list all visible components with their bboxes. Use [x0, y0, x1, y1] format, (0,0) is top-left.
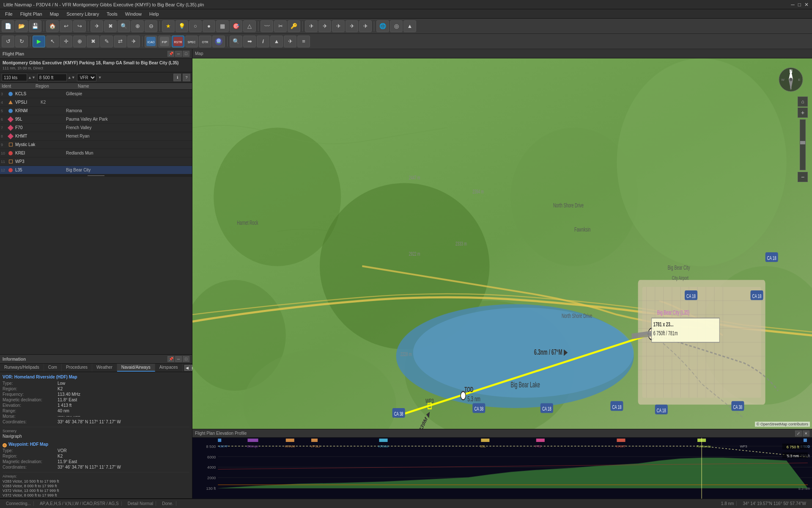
menu-file[interactable]: File — [2, 11, 16, 17]
tab-weather[interactable]: Weather — [92, 364, 117, 372]
undo-btn[interactable]: ↺ — [2, 36, 14, 47]
menu-scenery[interactable]: Scenery Library — [63, 11, 102, 17]
scissors-btn[interactable]: ✂ — [274, 20, 287, 32]
elev-close-btn[interactable]: ✕ — [803, 431, 809, 436]
zoom-out-map-btn[interactable]: − — [798, 172, 808, 182]
tab-airspaces[interactable]: Airspaces — [155, 364, 183, 372]
icao-btn[interactable]: ICAO — [145, 36, 157, 47]
highlight-btn[interactable]: 💡 — [176, 20, 188, 32]
table-row[interactable]: 10 KREI Redlands Mun — [0, 149, 192, 157]
redo-btn[interactable]: ↻ — [15, 36, 28, 47]
ai-plane5-btn[interactable]: ✈ — [359, 20, 372, 32]
fp-info-btn[interactable]: ℹ — [173, 74, 181, 81]
menu-map[interactable]: Map — [47, 11, 62, 17]
circle-fill-btn[interactable]: ● — [203, 20, 215, 32]
route3-btn[interactable]: ➡ — [243, 36, 256, 47]
tab-prev-btn[interactable]: ◀ — [184, 365, 190, 371]
info2-btn[interactable]: i — [257, 36, 269, 47]
fip-btn[interactable]: FIP — [158, 36, 171, 47]
list2-btn[interactable]: ≡ — [297, 36, 310, 47]
zoom-in-map-btn[interactable]: + — [798, 108, 808, 118]
table-row[interactable]: 6 95L Pauma Valley Air Park — [0, 115, 192, 124]
zoom-plus-btn[interactable]: ⊕ — [131, 20, 144, 32]
new-btn[interactable]: 📄 — [2, 20, 14, 32]
table-row[interactable]: 11 WP3 — [0, 157, 192, 166]
open-btn[interactable]: 📂 — [15, 20, 28, 32]
wp-map-link[interactable]: Map — [40, 442, 48, 447]
ai-plane4-btn[interactable]: ✈ — [346, 20, 358, 32]
star-active-btn[interactable]: ★ — [162, 20, 175, 32]
tab-navaid[interactable]: Navaid/Airways — [117, 364, 155, 372]
speed-input[interactable] — [2, 74, 27, 81]
ring-btn[interactable]: ◎ — [390, 20, 403, 32]
ai-plane1-btn[interactable]: ✈ — [305, 20, 318, 32]
zoom-slider[interactable] — [800, 119, 806, 170]
back-btn[interactable]: ↩ — [60, 20, 72, 32]
table-row[interactable]: 9 Mystic Lak — [0, 141, 192, 149]
spec-btn[interactable]: SPEC — [185, 36, 198, 47]
grid-btn[interactable]: ▦ — [216, 20, 229, 32]
menu-help[interactable]: Help — [146, 11, 162, 17]
edit-wp-btn[interactable]: ✎ — [100, 36, 113, 47]
ai-plane3-btn[interactable]: ✈ — [332, 20, 345, 32]
traffic2-btn[interactable]: ✈ — [284, 36, 296, 47]
globe-btn[interactable]: 🌐 — [376, 20, 389, 32]
altitude-input[interactable] — [37, 74, 67, 81]
key-btn[interactable]: 🔑 — [288, 20, 300, 32]
cursor-mode-btn[interactable]: ↖ — [46, 36, 59, 47]
table-row[interactable]: 3 KCLS Gillespie — [0, 90, 192, 98]
minimize-btn[interactable]: ─ — [791, 2, 795, 8]
menu-flightplan[interactable]: Flight Plan — [17, 11, 46, 17]
search3-btn[interactable]: 🔍 — [230, 36, 242, 47]
add-wp-btn[interactable]: ✛ — [60, 36, 72, 47]
forward-btn[interactable]: ↪ — [73, 20, 86, 32]
tab-com[interactable]: Com — [44, 364, 62, 372]
vor-map-link[interactable]: Map — [69, 375, 77, 379]
save-btn[interactable]: 💾 — [29, 20, 41, 32]
map-container[interactable]: 6.3nm / 67°M ▶ TOD 5.3 nm WP3 12.5nm / 2… — [192, 58, 812, 429]
mountain-btn[interactable]: ▲ — [403, 20, 416, 32]
tab-runways[interactable]: Runways/Helipads — [0, 364, 44, 372]
info-pin-btn[interactable]: 📌 — [167, 356, 174, 362]
menu-tools[interactable]: Tools — [103, 11, 121, 17]
info-max-btn[interactable]: □ — [183, 356, 189, 362]
close-btn[interactable]: ✕ — [804, 2, 809, 8]
fp-pin-btn[interactable]: 📌 — [167, 51, 174, 57]
delete-wp-btn[interactable]: ✖ — [87, 36, 99, 47]
elev-expand-btn[interactable]: ⤢ — [795, 431, 802, 436]
tab-procedures[interactable]: Procedures — [62, 364, 92, 372]
zoom-minus-btn[interactable]: ⊖ — [145, 20, 157, 32]
swap-wp-btn[interactable]: ⇄ — [114, 36, 126, 47]
zoom-thumb[interactable] — [800, 141, 805, 144]
flight-rule-dropdown[interactable]: VFR IFR — [77, 74, 96, 81]
table-row[interactable]: 12 L35 Big Bear City — [0, 166, 192, 174]
rstr-btn[interactable]: RSTR — [172, 36, 184, 47]
map-home-btn[interactable]: ⌂ — [798, 97, 808, 107]
search-zoom-btn[interactable]: 🔍 — [118, 20, 130, 32]
menu-window[interactable]: Window — [122, 11, 145, 17]
table-row[interactable]: 5 KRNM Ramona — [0, 107, 192, 115]
fp-resize-handle[interactable] — [0, 174, 192, 177]
circle-empty-btn[interactable]: ○ — [189, 20, 202, 32]
route-clear-btn[interactable]: ✖ — [104, 20, 117, 32]
table-row[interactable]: 4 VPSLI K2 — [0, 98, 192, 107]
fp-max-btn[interactable]: □ — [183, 51, 189, 57]
otr-btn[interactable]: OTR — [199, 36, 211, 47]
plane-select-btn[interactable]: ✈ — [91, 20, 103, 32]
aircraft-pos-btn[interactable]: ✈ — [127, 36, 140, 47]
table-row[interactable]: 7 F70 French Valley — [0, 124, 192, 132]
fp-help-btn[interactable]: ? — [183, 74, 190, 81]
info-min-btn[interactable]: ─ — [175, 356, 182, 362]
follow-aircraft-btn[interactable]: ▶ — [33, 36, 45, 47]
weather-wx-btn[interactable] — [212, 36, 225, 47]
elev-btn[interactable]: ▲ — [270, 36, 283, 47]
home-btn[interactable]: 🏠 — [46, 20, 59, 32]
ai-plane2-btn[interactable]: ✈ — [318, 20, 331, 32]
maximize-btn[interactable]: □ — [798, 2, 801, 8]
wind-btn[interactable]: 〰 — [261, 20, 273, 32]
append-wp-btn[interactable]: ⊕ — [73, 36, 86, 47]
tri-btn[interactable]: △ — [243, 20, 256, 32]
fp-min-btn[interactable]: ─ — [175, 51, 182, 57]
radar-btn[interactable]: 🎯 — [230, 20, 242, 32]
table-row[interactable]: 8 KHMT Hemet Ryan — [0, 132, 192, 141]
